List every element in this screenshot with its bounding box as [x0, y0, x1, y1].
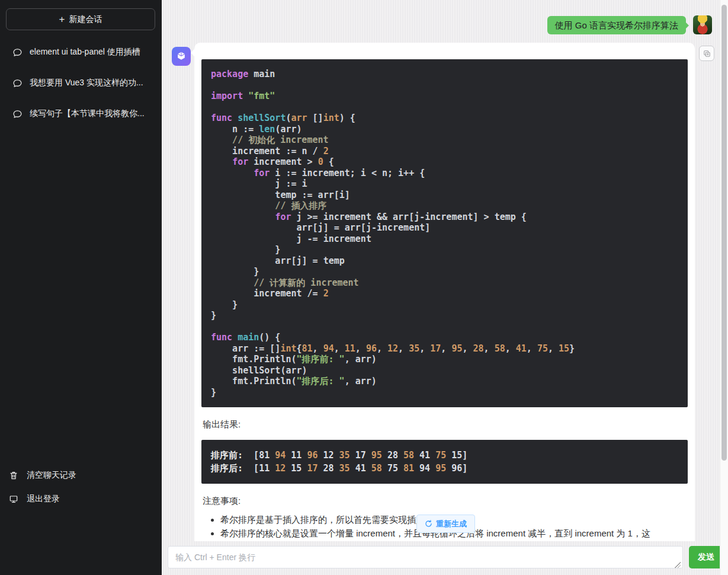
scrollbar-track[interactable] — [720, 0, 728, 575]
code-line: n := len(arr) — [211, 124, 678, 135]
code-line: for j >= increment && arr[j-increment] >… — [211, 212, 678, 223]
textarea-resize-handle[interactable] — [675, 562, 681, 568]
sidebar-footer: 清空聊天记录 退出登录 — [0, 464, 162, 511]
code-line: arr := []int{81, 94, 11, 96, 12, 35, 17,… — [211, 343, 678, 354]
code-line: for i := increment; i < n; i++ { — [211, 168, 678, 179]
copy-message-button[interactable] — [699, 46, 714, 61]
logout-label: 退出登录 — [27, 494, 60, 504]
history-item[interactable]: element ui tab-panel 使用插槽 — [0, 37, 162, 68]
chat-bubble-icon — [12, 108, 23, 119]
output-label: 输出结果: — [203, 419, 688, 430]
cube-icon — [175, 50, 187, 62]
chat-history-list: element ui tab-panel 使用插槽 我想要用 Vue3 实现这样… — [0, 37, 162, 129]
sidebar: + 新建会话 element ui tab-panel 使用插槽 我想要用 Vu… — [0, 0, 162, 575]
code-line: package main — [211, 69, 678, 80]
code-line: shellSort(arr) — [211, 365, 678, 376]
chat-main: 使用 Go 语言实现希尔排序算法 package main import "fm… — [162, 0, 728, 575]
assistant-message-bubble: package main import "fmt" func shellSort… — [194, 43, 695, 541]
trash-icon — [8, 470, 19, 481]
monitor-icon — [8, 494, 19, 504]
history-item-label: 我想要用 Vue3 实现这样的功... — [30, 78, 143, 88]
output-line: 排序后: [11 12 15 17 28 35 41 58 75 81 94 9… — [211, 462, 678, 475]
clear-history-label: 清空聊天记录 — [27, 470, 76, 481]
code-line: func shellSort(arr []int) { — [211, 113, 678, 124]
code-line: } — [211, 387, 678, 398]
code-line — [211, 321, 678, 333]
code-line: j -= increment — [211, 234, 678, 245]
code-line — [211, 102, 678, 113]
code-line: import "fmt" — [211, 91, 678, 102]
code-line: temp := arr[i] — [211, 190, 678, 201]
send-button[interactable]: 发送 — [689, 546, 723, 568]
code-line: increment /= 2 — [211, 288, 678, 299]
message-input[interactable] — [168, 546, 683, 568]
history-item[interactable]: 我想要用 Vue3 实现这样的功... — [0, 68, 162, 98]
new-chat-label: 新建会话 — [69, 14, 102, 25]
code-line: // 插入排序 — [211, 200, 678, 212]
code-line: } — [211, 299, 678, 311]
history-item[interactable]: 续写句子【本节课中我将教你... — [0, 98, 162, 129]
chat-scroll-area[interactable]: 使用 Go 语言实现希尔排序算法 package main import "fm… — [162, 0, 728, 541]
notes-label: 注意事项: — [203, 496, 688, 507]
logout-button[interactable]: 退出登录 — [0, 487, 162, 511]
refresh-icon — [425, 520, 432, 528]
history-item-label: 续写句子【本节课中我将教你... — [30, 108, 145, 119]
console-output-block: 排序前: [81 94 11 96 12 35 17 95 28 58 41 7… — [201, 440, 688, 484]
copy-icon — [703, 49, 711, 58]
code-line: j := i — [211, 178, 678, 190]
code-line: func main() { — [211, 332, 678, 343]
new-chat-button[interactable]: + 新建会话 — [6, 8, 155, 30]
code-line: arr[j] = temp — [211, 255, 678, 267]
code-line: fmt.Println("排序前: ", arr) — [211, 354, 678, 365]
code-line — [211, 80, 678, 91]
code-block[interactable]: package main import "fmt" func shellSort… — [201, 59, 688, 407]
user-avatar[interactable] — [693, 15, 712, 34]
output-line: 排序前: [81 94 11 96 12 35 17 95 28 58 41 7… — [211, 449, 678, 462]
regenerate-button[interactable]: 重新生成 — [416, 515, 475, 533]
code-line: } — [211, 310, 678, 321]
code-line: arr[j] = arr[j-increment] — [211, 222, 678, 234]
code-line: for increment > 0 { — [211, 156, 678, 168]
clear-history-button[interactable]: 清空聊天记录 — [0, 464, 162, 487]
user-message-bubble: 使用 Go 语言实现希尔排序算法 — [547, 16, 686, 34]
history-item-label: element ui tab-panel 使用插槽 — [30, 47, 140, 58]
assistant-avatar — [172, 47, 191, 66]
scrollbar-thumb[interactable] — [721, 5, 727, 461]
app-window: + 新建会话 element ui tab-panel 使用插槽 我想要用 Vu… — [0, 0, 728, 575]
code-line: fmt.Println("排序后: ", arr) — [211, 376, 678, 387]
chat-bubble-icon — [12, 47, 23, 58]
code-line: } — [211, 244, 678, 255]
code-line: // 计算新的 increment — [211, 277, 678, 289]
chat-bubble-icon — [12, 78, 23, 88]
code-line: } — [211, 266, 678, 277]
regenerate-label: 重新生成 — [436, 519, 467, 529]
code-line: increment := n / 2 — [211, 146, 678, 157]
code-line: // 初始化 increment — [211, 135, 678, 146]
plus-icon: + — [59, 14, 65, 24]
